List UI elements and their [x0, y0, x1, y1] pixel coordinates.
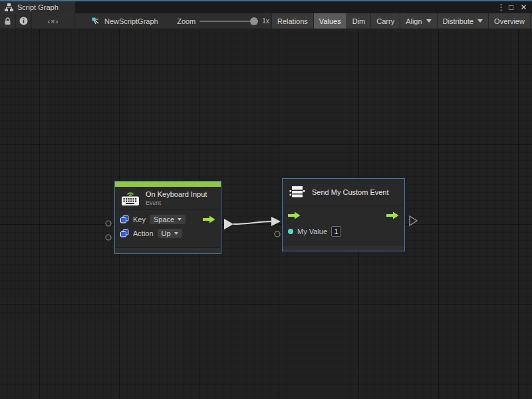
overview-button[interactable]: Overview	[488, 13, 530, 29]
wire-arrowhead	[271, 217, 281, 226]
code-view-button[interactable]: ‹×›	[32, 13, 75, 29]
lock-icon	[4, 17, 11, 25]
maximize-icon[interactable]: □	[506, 2, 516, 13]
my-value-input-port[interactable]	[275, 231, 280, 237]
keyboard-icon	[121, 191, 140, 206]
zoom-slider[interactable]	[200, 21, 258, 22]
carry-button[interactable]: Carry	[370, 13, 400, 29]
node-title: On Keyboard Input	[146, 190, 207, 198]
enum-type-icon	[120, 215, 129, 223]
action-dropdown[interactable]: Up	[158, 229, 182, 238]
chevron-down-icon	[426, 19, 432, 23]
info-icon	[19, 17, 28, 25]
port-label: Action	[133, 229, 154, 237]
info-button[interactable]	[16, 13, 32, 29]
relations-button[interactable]: Relations	[271, 13, 313, 29]
tab-title: Script Graph	[17, 3, 59, 11]
value-port-icon	[288, 229, 293, 234]
wire-layer	[0, 30, 532, 399]
graph-toolbar: ‹×› NewScriptGraph Zoom 1x Relations Val…	[0, 13, 532, 29]
key-row: Key Space	[115, 212, 221, 226]
action-input-port[interactable]	[106, 235, 111, 240]
zoom-value: 1x	[262, 17, 269, 25]
script-graph-asset-icon	[92, 17, 100, 25]
window-menu-icon[interactable]: ⋮	[497, 2, 503, 13]
graph-name-breadcrumb[interactable]: NewScriptGraph	[88, 13, 168, 29]
connection-wire[interactable]	[233, 221, 271, 224]
lock-button[interactable]	[0, 13, 16, 29]
enum-type-icon	[120, 229, 129, 237]
window-titlebar: Script Graph ⋮ □ ✕	[0, 0, 532, 13]
flow-output-port-empty[interactable]	[410, 216, 417, 225]
flow-arrow-icon	[288, 211, 301, 219]
key-dropdown[interactable]: Space	[150, 215, 186, 224]
port-label: My Value	[297, 227, 327, 235]
flow-arrow-icon	[386, 211, 399, 219]
node-header: Send My Custom Event	[283, 179, 404, 205]
custom-event-icon	[289, 185, 306, 200]
node-footer	[283, 245, 404, 251]
focused-window-accent	[0, 0, 532, 1]
node-title: Send My Custom Event	[312, 188, 389, 196]
chevron-down-icon	[174, 232, 178, 235]
flow-output-port[interactable]	[224, 219, 233, 229]
event-accent-bar	[115, 182, 221, 187]
zoom-slider-handle[interactable]	[250, 17, 258, 25]
action-row: Action Up	[115, 226, 221, 240]
align-dropdown-button[interactable]: Align	[400, 13, 436, 29]
node-body: My Value 1	[283, 205, 404, 241]
code-view-icon: ‹×›	[48, 17, 59, 25]
node-send-my-custom-event[interactable]: Send My Custom Event My Value 1	[282, 178, 405, 251]
close-icon[interactable]: ✕	[519, 2, 529, 13]
port-label: Key	[133, 215, 146, 223]
tab-script-graph[interactable]: Script Graph	[0, 1, 75, 13]
chevron-down-icon	[477, 19, 483, 23]
flow-row	[283, 207, 404, 223]
zoom-label: Zoom	[177, 17, 196, 25]
node-subtitle: Event	[146, 200, 207, 206]
flow-arrow-icon	[203, 215, 215, 223]
graph-name-label: NewScriptGraph	[104, 17, 158, 25]
values-button[interactable]: Values	[313, 13, 346, 29]
node-header: On Keyboard Input Event	[115, 187, 221, 210]
distribute-dropdown-button[interactable]: Distribute	[437, 13, 488, 29]
node-body: Key Space Action Up	[115, 210, 221, 241]
my-value-row: My Value 1	[283, 223, 404, 239]
graph-canvas[interactable]: On Keyboard Input Event Key Space	[0, 30, 532, 399]
node-footer	[115, 247, 221, 253]
toolbar-buttons: Relations Values Dim Carry Align Distrib…	[271, 13, 532, 29]
key-input-port[interactable]	[106, 221, 111, 226]
dim-button[interactable]: Dim	[346, 13, 371, 29]
node-on-keyboard-input[interactable]: On Keyboard Input Event Key Space	[114, 181, 221, 254]
zoom-control: Zoom 1x	[175, 13, 271, 29]
chevron-down-icon	[178, 218, 182, 221]
graph-hierarchy-icon	[5, 3, 13, 11]
window-controls: ⋮ □ ✕	[497, 1, 532, 13]
my-value-input[interactable]: 1	[331, 226, 341, 237]
